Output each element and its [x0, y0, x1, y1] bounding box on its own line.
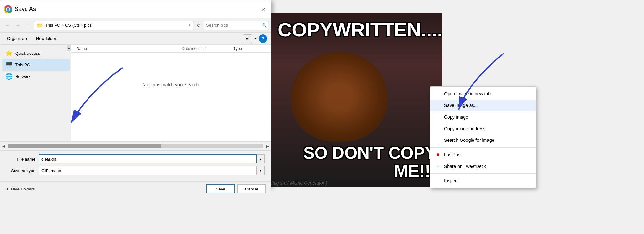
sidebar-collapse-toggle[interactable]: ▲	[67, 45, 71, 51]
chrome-icon	[4, 5, 12, 13]
save-type-select[interactable]: GIF Image	[39, 166, 257, 175]
image-credit: Img src ( Meme Generator )	[271, 180, 327, 186]
search-google-label: Search Google for image	[444, 138, 494, 143]
save-type-dropdown[interactable]: ▾	[257, 166, 265, 175]
lastpass-label: LastPass	[444, 152, 463, 157]
breadcrumb-os-c: OS (C:)	[65, 23, 79, 28]
view-dropdown-icon[interactable]: ▾	[254, 37, 256, 40]
breadcrumb-this-pc: This PC	[45, 23, 60, 28]
sidebar: ▲ ⭐ Quick access 🖥️ This PC 🌐 Network	[0, 45, 71, 141]
tweetdeck-icon: +	[435, 163, 441, 169]
dialog-title: Save As	[15, 6, 267, 13]
file-name-label: File name:	[7, 157, 39, 161]
sep1: >	[61, 23, 64, 28]
breadcrumb: This PC > OS (C:) > pics	[45, 23, 91, 28]
col-type-header[interactable]: Type	[234, 46, 266, 51]
save-type-input-wrapper: GIF Image ▾	[39, 166, 265, 175]
organize-dropdown-icon: ▾	[26, 36, 28, 41]
no-items-message: No items match your search.	[71, 53, 271, 117]
context-separator-2	[430, 173, 536, 174]
refresh-button[interactable]: ↻	[195, 22, 203, 29]
network-icon: 🌐	[5, 73, 13, 80]
copy-image-address-icon	[435, 126, 441, 132]
context-menu: Open image in new tab Save image as... C…	[430, 86, 536, 188]
scroll-right-button[interactable]: ▶	[265, 141, 271, 151]
context-copy-image-address[interactable]: Copy image address	[430, 123, 536, 134]
breadcrumb-pics: pics	[84, 23, 91, 28]
filename-area: File name: ▾ Save as type: GIF Image ▾	[0, 151, 271, 181]
open-new-tab-label: Open image in new tab	[444, 91, 491, 96]
sidebar-item-quick-access[interactable]: ⭐ Quick access	[2, 47, 70, 59]
column-header: Name Date modified Type	[71, 45, 271, 53]
inspect-label: Inspect	[444, 178, 459, 183]
this-pc-icon: 🖥️	[5, 61, 13, 68]
help-button[interactable]: ?	[259, 34, 267, 43]
file-name-input-wrapper: ▾	[39, 154, 265, 163]
scroll-thumb[interactable]	[8, 144, 161, 148]
close-button[interactable]: ×	[256, 0, 271, 18]
scroll-track[interactable]	[8, 144, 263, 148]
save-as-dialog: Save As × ← → ↑ 📁 This PC > OS (C:) > pi…	[0, 0, 271, 187]
toolbar: Organize ▾ New folder ≡ ▾ ?	[0, 33, 271, 45]
context-open-new-tab[interactable]: Open image in new tab	[430, 88, 536, 100]
save-button[interactable]: Save	[206, 184, 235, 193]
file-name-input[interactable]	[39, 154, 257, 163]
col-name-header[interactable]: Name	[77, 46, 182, 51]
view-toggle-button[interactable]: ≡	[243, 34, 252, 43]
organize-button[interactable]: Organize ▾	[4, 34, 31, 43]
quick-access-icon: ⭐	[5, 50, 13, 57]
search-icon: 🔍	[262, 23, 267, 28]
scroll-left-button[interactable]: ◀	[0, 141, 7, 151]
hide-icon: ▲	[5, 187, 10, 191]
dropdown-arrow[interactable]: ▾	[189, 23, 191, 27]
file-name-row: File name: ▾	[7, 154, 265, 163]
file-name-dropdown[interactable]: ▾	[257, 154, 265, 163]
lastpass-icon: ■	[435, 152, 441, 158]
credit-suffix: )	[326, 180, 327, 186]
sep2: >	[80, 23, 83, 28]
context-tweetdeck[interactable]: + Share on TweetDeck	[430, 161, 536, 172]
sidebar-item-network[interactable]: 🌐 Network	[2, 71, 70, 82]
meme-top-text: COPYWRITTEN.....	[278, 19, 436, 41]
action-buttons: Save Cancel	[206, 184, 266, 193]
save-type-row: Save as type: GIF Image ▾	[7, 166, 265, 175]
buttons-area: ▲ Hide Folders Save Cancel	[0, 181, 271, 196]
address-bar[interactable]: 📁 This PC > OS (C:) > pics ▾	[34, 21, 193, 30]
back-button[interactable]: ←	[3, 21, 12, 30]
meme-face	[291, 52, 388, 142]
folder-icon: 📁	[37, 22, 43, 28]
inspect-icon	[435, 178, 441, 184]
col-date-header[interactable]: Date modified	[182, 46, 234, 51]
forward-button[interactable]: →	[13, 21, 22, 30]
copy-image-icon	[435, 114, 441, 120]
context-separator-1	[430, 147, 536, 148]
up-button[interactable]: ↑	[24, 21, 33, 30]
copy-image-address-label: Copy image address	[444, 126, 485, 131]
file-list: Name Date modified Type No items match y…	[71, 45, 271, 141]
nav-bar: ← → ↑ 📁 This PC > OS (C:) > pics ▾ ↻ 🔍	[0, 18, 271, 33]
credit-prefix: Img src (	[271, 180, 289, 186]
context-lastpass[interactable]: ■ LastPass	[430, 149, 536, 161]
meme-bottom-text: SO DON'T COPY ME!!!	[278, 144, 436, 180]
copy-image-label: Copy image	[444, 114, 468, 120]
search-input[interactable]	[206, 23, 260, 28]
dialog-titlebar: Save As ×	[0, 0, 271, 18]
open-new-tab-icon	[435, 91, 441, 97]
context-search-google[interactable]: Search Google for image	[430, 134, 536, 146]
horizontal-scrollbar: ◀ ▶	[0, 141, 271, 151]
save-image-as-label: Save image as...	[444, 103, 478, 108]
new-folder-button[interactable]: New folder	[33, 34, 59, 43]
save-type-label: Save as type:	[7, 168, 39, 173]
search-google-icon	[435, 137, 441, 143]
meme-image-area: COPYWRITTEN..... SO DON'T COPY ME!!!	[271, 13, 442, 187]
search-bar: 🔍	[204, 21, 268, 30]
hide-folders-button[interactable]: ▲ Hide Folders	[5, 187, 35, 191]
content-area: ▲ ⭐ Quick access 🖥️ This PC 🌐 Network Na…	[0, 45, 271, 141]
sidebar-item-this-pc[interactable]: 🖥️ This PC	[2, 59, 70, 71]
context-save-image-as[interactable]: Save image as...	[430, 100, 536, 111]
context-copy-image[interactable]: Copy image	[430, 111, 536, 123]
cancel-button[interactable]: Cancel	[237, 184, 266, 193]
credit-link[interactable]: Meme Generator	[290, 180, 324, 186]
meme-image: COPYWRITTEN..... SO DON'T COPY ME!!!	[271, 13, 442, 187]
context-inspect[interactable]: Inspect	[430, 175, 536, 187]
